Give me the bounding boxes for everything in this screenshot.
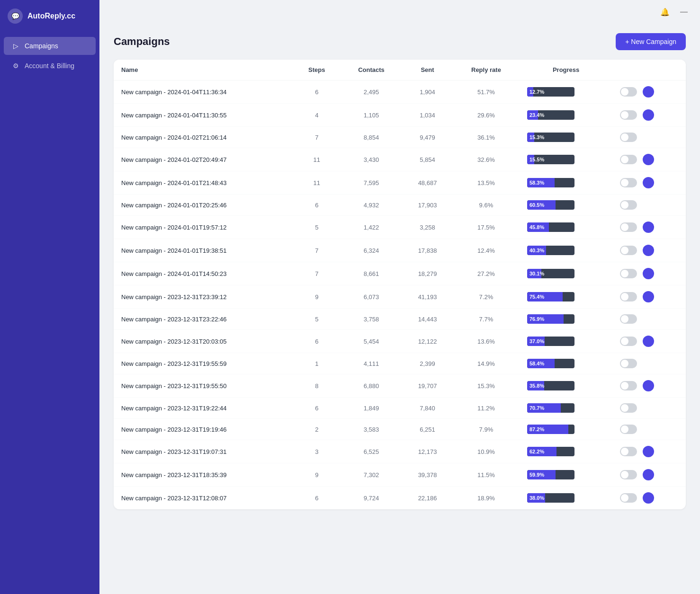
table-row[interactable]: New campaign - 2024-01-04T11:36:3462,495… bbox=[114, 80, 686, 104]
logo-icon: 💬 bbox=[8, 9, 23, 24]
active-dot bbox=[643, 245, 654, 256]
table-row[interactable]: New campaign - 2024-01-01T20:25:4664,932… bbox=[114, 195, 686, 216]
progress-bar-container: 59.9% bbox=[527, 470, 574, 479]
table-row[interactable]: New campaign - 2024-01-02T20:49:47113,43… bbox=[114, 148, 686, 171]
progress-bar-container: 38.0% bbox=[527, 493, 574, 503]
campaign-progress: 12.7% bbox=[520, 80, 612, 104]
campaign-toggle[interactable] bbox=[620, 222, 637, 232]
campaign-progress: 15.5% bbox=[520, 148, 612, 171]
progress-bar-wrap: 35.8% bbox=[527, 381, 605, 390]
campaign-reply-rate: 7.7% bbox=[453, 309, 520, 330]
campaign-toggle[interactable] bbox=[620, 403, 637, 413]
table-row[interactable]: New campaign - 2023-12-31T19:55:5914,111… bbox=[114, 353, 686, 374]
page-header: Campaigns + New Campaign bbox=[114, 33, 686, 50]
app-logo: 💬 AutoReply.cc bbox=[0, 0, 99, 32]
campaigns-table: Name Steps Contacts Sent Reply rate Prog… bbox=[114, 60, 686, 509]
campaign-contacts: 3,430 bbox=[341, 148, 402, 171]
progress-label: 59.9% bbox=[529, 472, 544, 478]
campaign-progress: 75.4% bbox=[520, 285, 612, 309]
campaign-toggle[interactable] bbox=[620, 314, 637, 324]
table-row[interactable]: New campaign - 2023-12-31T19:19:4623,583… bbox=[114, 419, 686, 440]
progress-bar-container: 23.4% bbox=[527, 110, 574, 120]
minimize-icon[interactable]: — bbox=[677, 5, 691, 18]
campaign-toggle-cell bbox=[612, 216, 686, 239]
table-row[interactable]: New campaign - 2024-01-01T21:48:43117,59… bbox=[114, 171, 686, 195]
table-row[interactable]: New campaign - 2024-01-01T14:50:2378,661… bbox=[114, 262, 686, 285]
table-row[interactable]: New campaign - 2023-12-31T19:55:5086,880… bbox=[114, 374, 686, 398]
campaign-progress: 38.0% bbox=[520, 487, 612, 510]
campaign-name: New campaign - 2024-01-01T21:48:43 bbox=[114, 171, 293, 195]
table-row[interactable]: New campaign - 2024-01-01T19:57:1251,422… bbox=[114, 216, 686, 239]
progress-bar-wrap: 58.3% bbox=[527, 178, 605, 187]
campaign-reply-rate: 15.3% bbox=[453, 374, 520, 398]
campaign-progress: 45.8% bbox=[520, 216, 612, 239]
campaign-reply-rate: 13.5% bbox=[453, 171, 520, 195]
campaign-reply-rate: 14.9% bbox=[453, 353, 520, 374]
campaign-toggle[interactable] bbox=[620, 87, 637, 97]
campaign-toggle[interactable] bbox=[620, 200, 637, 210]
campaign-name: New campaign - 2023-12-31T20:03:05 bbox=[114, 330, 293, 353]
table-row[interactable]: New campaign - 2023-12-31T19:22:4461,849… bbox=[114, 398, 686, 419]
table-row[interactable]: New campaign - 2023-12-31T12:08:0769,724… bbox=[114, 487, 686, 510]
campaign-toggle[interactable] bbox=[620, 359, 637, 368]
campaign-toggle[interactable] bbox=[620, 178, 637, 187]
campaign-name: New campaign - 2024-01-04T11:36:34 bbox=[114, 80, 293, 104]
campaign-contacts: 4,932 bbox=[341, 195, 402, 216]
campaign-toggle-cell bbox=[612, 487, 686, 509]
topbar: 🔔 — bbox=[99, 0, 700, 24]
campaign-contacts: 3,758 bbox=[341, 309, 402, 330]
campaign-toggle[interactable] bbox=[620, 292, 637, 301]
sidebar-item-campaigns[interactable]: ▷ Campaigns bbox=[4, 37, 96, 55]
active-dot bbox=[643, 291, 654, 302]
table-row[interactable]: New campaign - 2023-12-31T19:07:3136,525… bbox=[114, 440, 686, 463]
progress-bar-wrap: 38.0% bbox=[527, 493, 605, 503]
campaign-contacts: 1,422 bbox=[341, 216, 402, 239]
campaign-toggle[interactable] bbox=[620, 470, 637, 479]
campaign-name: New campaign - 2024-01-01T19:57:12 bbox=[114, 216, 293, 239]
progress-label: 15.3% bbox=[529, 134, 544, 140]
progress-bar-container: 40.3% bbox=[527, 246, 574, 255]
campaign-toggle[interactable] bbox=[620, 425, 637, 434]
campaign-toggle[interactable] bbox=[620, 155, 637, 164]
campaign-toggle[interactable] bbox=[620, 269, 637, 278]
campaign-toggle[interactable] bbox=[620, 337, 637, 346]
campaign-steps: 7 bbox=[293, 239, 341, 262]
progress-bar-wrap: 59.9% bbox=[527, 470, 605, 479]
campaign-toggle[interactable] bbox=[620, 447, 637, 456]
table-row[interactable]: New campaign - 2023-12-31T18:35:3997,302… bbox=[114, 463, 686, 487]
campaign-progress: 62.2% bbox=[520, 440, 612, 463]
campaign-progress: 15.3% bbox=[520, 127, 612, 148]
account-billing-icon: ⚙ bbox=[11, 62, 20, 70]
campaign-steps: 6 bbox=[293, 487, 341, 510]
campaign-steps: 6 bbox=[293, 398, 341, 419]
campaign-toggle-cell bbox=[612, 285, 686, 308]
campaign-progress: 76.9% bbox=[520, 309, 612, 330]
campaign-toggle[interactable] bbox=[620, 110, 637, 120]
campaign-sent: 39,378 bbox=[402, 463, 453, 487]
new-campaign-button[interactable]: + New Campaign bbox=[616, 33, 686, 50]
campaign-toggle[interactable] bbox=[620, 246, 637, 255]
campaign-steps: 11 bbox=[293, 148, 341, 171]
campaign-toggle-cell bbox=[612, 148, 686, 171]
table-row[interactable]: New campaign - 2024-01-02T21:06:1478,854… bbox=[114, 127, 686, 148]
table-row[interactable]: New campaign - 2024-01-01T19:38:5176,324… bbox=[114, 239, 686, 262]
campaign-toggle-cell bbox=[612, 195, 686, 215]
campaign-progress: 30.1% bbox=[520, 262, 612, 285]
progress-bar-wrap: 76.9% bbox=[527, 314, 605, 324]
campaign-toggle[interactable] bbox=[620, 493, 637, 503]
table-row[interactable]: New campaign - 2023-12-31T23:22:4653,758… bbox=[114, 309, 686, 330]
campaign-reply-rate: 32.6% bbox=[453, 148, 520, 171]
sidebar-item-account-billing[interactable]: ⚙ Account & Billing bbox=[4, 57, 96, 75]
notification-bell-icon[interactable]: 🔔 bbox=[658, 5, 672, 18]
campaign-sent: 17,838 bbox=[402, 239, 453, 262]
table-row[interactable]: New campaign - 2023-12-31T20:03:0565,454… bbox=[114, 330, 686, 353]
progress-bar-container: 37.0% bbox=[527, 337, 574, 346]
campaign-toggle-cell bbox=[612, 374, 686, 397]
page-content: Campaigns + New Campaign Name Steps Cont… bbox=[99, 24, 700, 594]
campaign-toggle[interactable] bbox=[620, 381, 637, 390]
table-row[interactable]: New campaign - 2023-12-31T23:39:1296,073… bbox=[114, 285, 686, 309]
table-row[interactable]: New campaign - 2024-01-04T11:30:5541,105… bbox=[114, 104, 686, 127]
campaign-reply-rate: 10.9% bbox=[453, 440, 520, 463]
campaign-toggle[interactable] bbox=[620, 133, 637, 142]
campaigns-icon: ▷ bbox=[11, 42, 20, 50]
